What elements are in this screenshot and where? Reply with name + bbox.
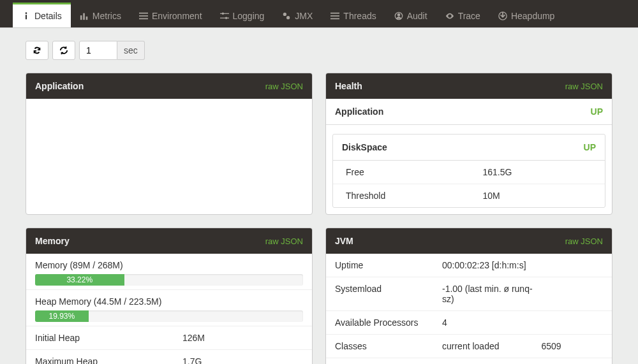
tab-label: Threads [343, 11, 376, 21]
health-panel: Health raw JSON Application UP DiskSpace… [325, 73, 612, 215]
tabs: Details Metrics Environment Logging JMX … [0, 3, 638, 28]
progress: 19.93% [35, 310, 303, 322]
value: 1.7G [182, 356, 303, 364]
auto-refresh-button[interactable] [52, 41, 75, 60]
memory-panel: Memory raw JSON Memory (89M / 268M) 33.2… [26, 228, 313, 364]
panel-title: Application [35, 81, 84, 91]
label: Memory (89M / 268M) [35, 260, 303, 270]
jvm-body: Uptime 00:00:02:23 [d:h:m:s] Systemload … [326, 254, 612, 364]
tab-details[interactable]: Details [13, 3, 71, 27]
tab-label: JMX [295, 11, 313, 21]
list-icon [330, 11, 339, 20]
raw-json-link[interactable]: raw JSON [265, 237, 303, 246]
interval-input[interactable] [79, 41, 117, 60]
user-circle-icon [394, 11, 403, 20]
raw-json-link[interactable]: raw JSON [565, 82, 603, 91]
gears-icon [282, 11, 291, 20]
svg-rect-7 [139, 18, 148, 20]
health-application-row: Application UP [326, 99, 612, 125]
panel-header: Application raw JSON [26, 73, 312, 99]
svg-rect-8 [220, 13, 229, 14]
svg-rect-5 [139, 13, 148, 14]
interval-unit: sec [117, 41, 145, 60]
sliders-icon [220, 11, 229, 20]
svg-rect-4 [85, 17, 87, 20]
svg-point-12 [283, 13, 286, 16]
memory-initial-heap: Initial Heap 126M [26, 326, 312, 350]
jvm-panel: JVM raw JSON Uptime 00:00:02:23 [d:h:m:s… [325, 228, 612, 364]
memory-max-heap: Maximum Heap 1.7G [26, 350, 312, 364]
tab-trace[interactable]: Trace [436, 3, 489, 27]
value: 6509 [541, 341, 603, 351]
tab-label: Trace [458, 11, 480, 21]
row-1: Application raw JSON Health raw JSON App… [26, 73, 612, 215]
value: -1.00 (last min. ø runq-sz) [442, 284, 541, 304]
health-body: Application UP DiskSpace UP Free 161.5G … [326, 99, 612, 208]
jvm-classes-1: total loaded 6509 [326, 358, 612, 364]
info-icon [22, 11, 31, 20]
status-badge: UP [591, 106, 603, 117]
tab-audit[interactable]: Audit [385, 3, 436, 27]
tab-label: Metrics [93, 11, 121, 21]
panel-header: Health raw JSON [326, 73, 612, 99]
diskspace-label: DiskSpace [342, 142, 387, 152]
label: Threshold [346, 191, 482, 201]
label: Systemload [335, 284, 442, 294]
panel-title: Memory [35, 236, 70, 246]
download-icon [498, 11, 507, 20]
jvm-classes-0: Classes current loaded 6509 [326, 335, 612, 358]
sublabel: current loaded [442, 341, 541, 351]
diskspace-threshold: Threshold 10M [333, 184, 605, 207]
label: Free [346, 167, 482, 177]
row-2: Memory raw JSON Memory (89M / 268M) 33.2… [26, 228, 612, 364]
tab-jmx[interactable]: JMX [273, 3, 322, 27]
refresh-controls: sec [26, 41, 612, 60]
jvm-processors: Available Processors 4 [326, 311, 612, 335]
interval-input-group: sec [79, 41, 145, 60]
tab-metrics[interactable]: Metrics [71, 3, 130, 27]
tab-logging[interactable]: Logging [211, 3, 274, 27]
tab-label: Audit [407, 11, 427, 21]
diskspace-header: DiskSpace UP [333, 135, 605, 161]
raw-json-link[interactable]: raw JSON [265, 82, 303, 91]
svg-point-9 [221, 12, 224, 15]
refresh-icon [33, 46, 41, 55]
svg-rect-15 [330, 15, 339, 17]
tab-heapdump[interactable]: Heapdump [489, 3, 564, 27]
tab-label: Logging [233, 11, 265, 21]
eye-icon [445, 11, 454, 20]
jvm-uptime: Uptime 00:00:02:23 [d:h:m:s] [326, 254, 612, 277]
value: 4 [442, 317, 541, 328]
label: Heap Memory (44.5M / 223.5M) [35, 296, 303, 307]
jvm-systemload: Systemload -1.00 (last min. ø runq-sz) [326, 277, 612, 311]
application-panel: Application raw JSON [26, 73, 313, 215]
bar-chart-icon [80, 11, 89, 20]
panel-title: Health [335, 81, 362, 91]
raw-json-link[interactable]: raw JSON [565, 237, 603, 246]
panel-header: Memory raw JSON [26, 228, 312, 254]
label: Initial Heap [35, 333, 182, 343]
tab-label: Heapdump [511, 11, 555, 21]
svg-rect-14 [330, 13, 339, 14]
value: 00:00:02:23 [d:h:m:s] [442, 260, 541, 270]
tab-threads[interactable]: Threads [322, 3, 385, 27]
svg-rect-16 [330, 18, 339, 20]
svg-rect-6 [139, 15, 148, 17]
svg-rect-2 [80, 15, 82, 20]
health-diskspace: DiskSpace UP Free 161.5G Threshold 10M [332, 134, 605, 208]
label: Maximum Heap [35, 356, 182, 364]
refresh-button[interactable] [26, 41, 48, 60]
progress-bar: 19.93% [35, 310, 89, 322]
value: 161.5G [482, 167, 592, 177]
svg-point-13 [286, 16, 290, 19]
svg-rect-1 [26, 15, 27, 19]
value: 126M [182, 333, 303, 343]
tab-label: Details [34, 11, 62, 21]
diskspace-free: Free 161.5G [333, 161, 605, 184]
cycle-icon [59, 46, 68, 55]
health-app-label: Application [335, 106, 383, 117]
tab-environment[interactable]: Environment [130, 3, 211, 27]
value: 10M [482, 191, 592, 201]
label: Available Processors [335, 317, 442, 328]
memory-total: Memory (89M / 268M) 33.22% [26, 254, 312, 290]
